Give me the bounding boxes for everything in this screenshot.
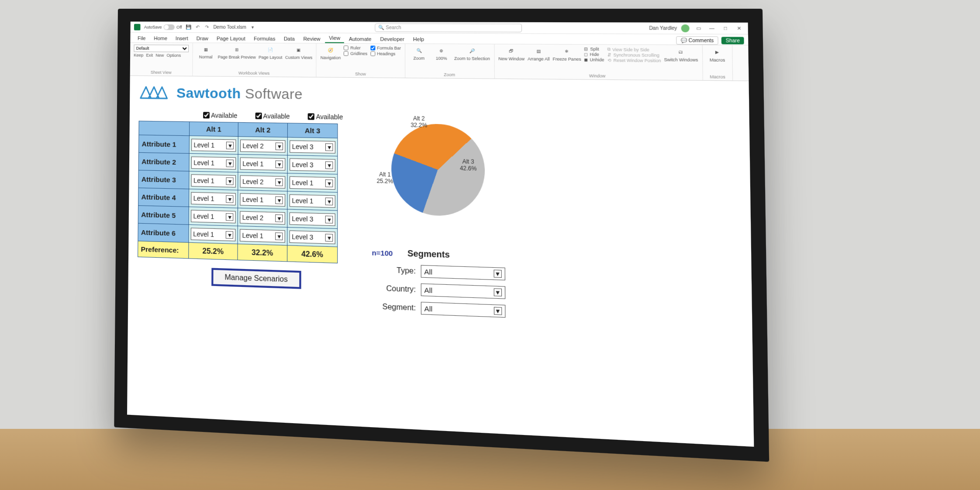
level-dropdown[interactable]: Level 1▾ [240, 193, 285, 207]
headings-checkbox[interactable]: Headings [370, 52, 401, 56]
zoom-button[interactable]: 🔍Zoom [409, 46, 429, 61]
level-dropdown[interactable]: Level 3▾ [290, 158, 335, 171]
gridlines-checkbox[interactable]: Gridlines [344, 51, 367, 56]
autosave-toggle[interactable]: AutoSave Off [144, 24, 182, 30]
level-dropdown[interactable]: Level 1▾ [191, 174, 236, 187]
unhide-button[interactable]: ◼Unhide [584, 57, 604, 62]
segment-country-dropdown[interactable]: All▾ [421, 283, 505, 299]
level-dropdown[interactable]: Level 3▾ [290, 230, 335, 244]
tab-automate[interactable]: Automate [345, 35, 375, 43]
close-icon[interactable]: ✕ [734, 24, 744, 32]
zoom100-button[interactable]: ⊕100% [431, 46, 451, 61]
exit-button[interactable]: Exit [146, 53, 153, 58]
chevron-down-icon: ▾ [275, 196, 283, 204]
level-dropdown[interactable]: Level 1▾ [240, 157, 286, 170]
table-corner [139, 121, 190, 136]
level-dropdown[interactable]: Level 1▾ [290, 176, 335, 190]
tab-page-layout[interactable]: Page Layout [213, 34, 249, 42]
unhide-icon: ◼ [584, 57, 587, 62]
user-avatar[interactable] [681, 24, 690, 32]
freeze-button[interactable]: ❄Freeze Panes [552, 46, 581, 62]
search-placeholder: Search [386, 25, 401, 30]
segment-type-dropdown[interactable]: All▾ [421, 265, 505, 280]
tab-file[interactable]: File [134, 34, 149, 42]
chevron-down-icon: ▾ [226, 231, 233, 239]
tab-home[interactable]: Home [150, 34, 171, 42]
ruler-checkbox[interactable]: Ruler [344, 45, 367, 50]
level-dropdown[interactable]: Level 1▾ [191, 228, 236, 241]
autosave-label: AutoSave [144, 24, 162, 29]
macros-icon: ▶ [712, 47, 722, 57]
tab-developer[interactable]: Developer [376, 35, 408, 44]
level-dropdown[interactable]: Level 2▾ [240, 139, 286, 152]
split-button[interactable]: ⊟Split [584, 47, 604, 52]
ribbon-display-icon[interactable]: ▭ [694, 24, 703, 32]
chevron-down-icon: ▾ [493, 288, 501, 297]
customviews-button[interactable]: ▣ Custom Views [285, 45, 312, 61]
minimize-icon[interactable]: — [707, 24, 717, 32]
chevron-down-icon: ▾ [493, 270, 501, 278]
chevron-down-icon: ▾ [226, 213, 233, 221]
formulabar-checkbox[interactable]: Formula Bar [370, 46, 401, 51]
sidebyside-button: ⧉View Side by Side [607, 47, 661, 52]
tab-formulas[interactable]: Formulas [250, 35, 279, 43]
tab-draw[interactable]: Draw [193, 34, 212, 42]
pie-label-alt3: Alt 3 42.6% [460, 158, 477, 173]
tab-review[interactable]: Review [300, 35, 324, 43]
new-view-button[interactable]: New [155, 53, 164, 58]
toggle-icon [164, 24, 175, 30]
level-dropdown[interactable]: Level 1▾ [191, 192, 236, 205]
sheetview-select[interactable]: Default [134, 45, 189, 52]
tab-data[interactable]: Data [280, 35, 298, 43]
search-input[interactable]: 🔍 Search [375, 23, 522, 32]
segment-segment-dropdown[interactable]: All▾ [421, 302, 505, 317]
simulator-panel: Available Available Available Alt 1 Alt … [137, 110, 343, 317]
level-dropdown[interactable]: Level 3▾ [290, 212, 335, 226]
keep-button[interactable]: Keep [134, 53, 143, 58]
pagebreak-button[interactable]: ⊞ Page Break Preview [218, 45, 256, 60]
switchwindows-button[interactable]: 🗂Switch Windows [664, 47, 698, 63]
macros-button[interactable]: ▶Macros [707, 47, 728, 63]
share-button[interactable]: Share [721, 37, 744, 44]
level-dropdown[interactable]: Level 1▾ [191, 156, 236, 169]
level-dropdown[interactable]: Level 1▾ [191, 138, 236, 152]
comments-button[interactable]: 💬 Comments [676, 36, 718, 45]
group-label: Show [321, 70, 401, 76]
ribbon-group-zoom: 🔍Zoom ⊕100% 🔎Zoom to Selection Zoom [405, 44, 494, 79]
level-dropdown[interactable]: Level 3▾ [290, 140, 335, 153]
n-value: n=100 [372, 248, 393, 257]
attr-label: Attribute 5 [138, 206, 189, 225]
newwindow-button[interactable]: 🗗New Window [498, 46, 525, 62]
attr-label: Attribute 2 [138, 152, 189, 171]
redo-icon[interactable]: ↷ [204, 24, 210, 30]
maximize-icon[interactable]: □ [721, 24, 730, 32]
available-alt1[interactable]: Available [203, 111, 237, 119]
undo-icon[interactable]: ↶ [195, 24, 200, 30]
normal-view-button[interactable]: ▦ Normal [197, 45, 215, 60]
tab-insert[interactable]: Insert [172, 34, 192, 42]
level-dropdown[interactable]: Level 1▾ [290, 194, 335, 207]
hide-button[interactable]: ◻Hide [584, 52, 604, 57]
save-icon[interactable]: 💾 [186, 24, 191, 30]
manage-scenarios-button[interactable]: Manage Scenarios [211, 268, 301, 289]
group-label: Zoom [409, 71, 490, 78]
chevron-down-icon[interactable]: ▾ [250, 24, 255, 30]
available-alt3[interactable]: Available [308, 113, 343, 121]
pagelayout-button[interactable]: 📄 Page Layout [259, 45, 283, 60]
available-alt2[interactable]: Available [255, 112, 290, 120]
navigation-button[interactable]: 🧭 Navigation [321, 45, 341, 61]
tab-view[interactable]: View [325, 34, 344, 43]
group-label: Workbook Views [197, 69, 312, 76]
zoom-selection-button[interactable]: 🔎Zoom to Selection [454, 46, 490, 61]
worksheet: Sawtooth Software Available Available Av… [127, 76, 754, 447]
level-dropdown[interactable]: Level 1▾ [240, 229, 285, 242]
level-dropdown[interactable]: Level 2▾ [240, 175, 286, 188]
tab-help[interactable]: Help [409, 35, 428, 44]
options-button[interactable]: Options [167, 53, 181, 58]
arrange-button[interactable]: ▤Arrange All [528, 46, 550, 62]
zoom-icon: 🔍 [414, 46, 424, 55]
pie-chart: Alt 2 32.2% Alt 3 42.6% Alt 1 25.2% [372, 114, 500, 222]
level-dropdown[interactable]: Level 2▾ [240, 211, 285, 224]
level-dropdown[interactable]: Level 1▾ [191, 210, 236, 223]
sidebyside-icon: ⧉ [607, 47, 610, 52]
